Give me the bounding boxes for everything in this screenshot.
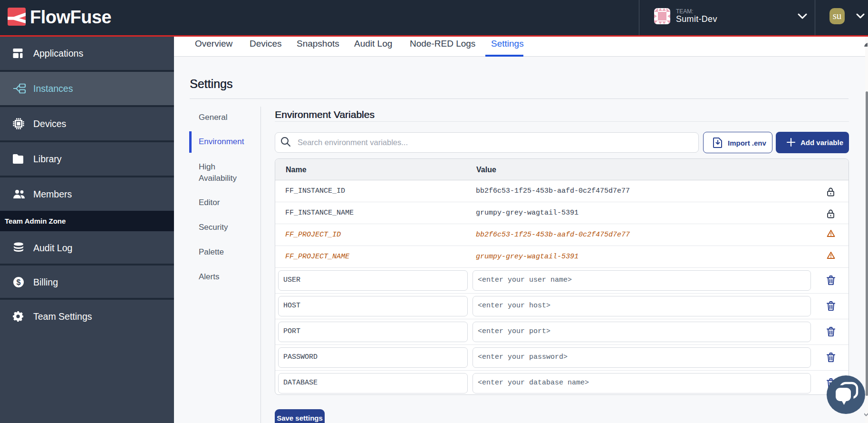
svg-text:$: $ — [17, 278, 21, 286]
